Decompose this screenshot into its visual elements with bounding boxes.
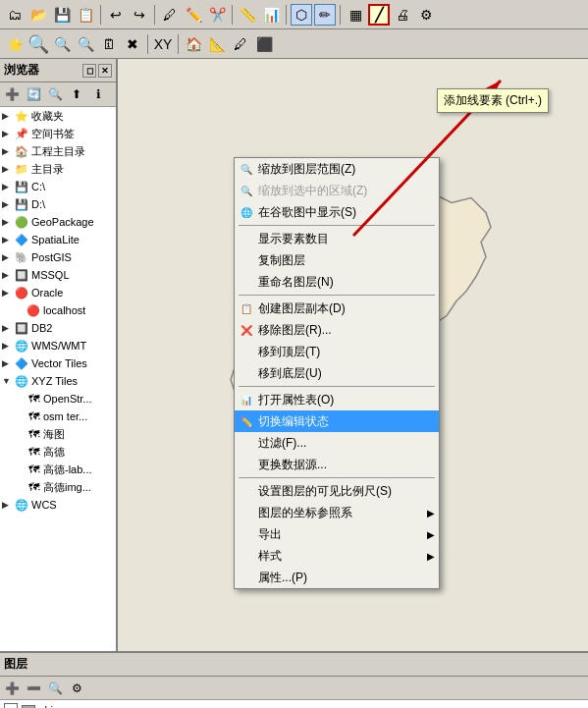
toolbar-add-vertex[interactable]: ⬡ <box>291 4 312 26</box>
browser-filter-btn[interactable]: 🔍 <box>45 84 65 104</box>
ctx-copy-layer[interactable]: 复制图层 <box>235 249 439 271</box>
layers-remove-btn[interactable]: ➖ <box>24 679 43 698</box>
ctx-set-scale[interactable]: 设置图层的可见比例尺(S) <box>235 480 439 502</box>
browser-collapse-btn[interactable]: ⬆ <box>67 84 86 104</box>
tree-item-gaode-img[interactable]: 🗺 高德img... <box>0 478 116 496</box>
tree-item-spatialite[interactable]: ▶ 🔷 SpatiaLite <box>0 231 116 248</box>
toolbar-open[interactable]: 📂 <box>27 4 49 26</box>
toolbar-home[interactable]: 🏠 <box>183 33 204 55</box>
toolbar-pan-tool[interactable]: ✖ <box>122 33 143 55</box>
toolbar-save-as[interactable]: 📋 <box>75 4 96 26</box>
filter-icon <box>239 435 254 451</box>
browser-refresh-btn[interactable]: 🔄 <box>24 84 43 104</box>
browser-add-btn[interactable]: ➕ <box>2 84 22 104</box>
tree-item-postgis[interactable]: ▶ 🐘 PostGIS <box>0 248 116 266</box>
ctx-move-top[interactable]: 移到顶层(T) <box>235 341 439 362</box>
tree-item-home[interactable]: ▶ 📁 主目录 <box>0 160 116 178</box>
tree-item-mssql[interactable]: ▶ 🔲 MSSQL <box>0 266 116 284</box>
layers-add-btn[interactable]: ➕ <box>2 679 22 698</box>
tree-arrow: ▶ <box>2 182 14 191</box>
browser-info-btn[interactable]: ℹ <box>88 84 108 104</box>
tree-arrow: ▶ <box>2 199 14 209</box>
toolbar-zoom-out[interactable]: 🔍 <box>51 33 73 55</box>
ctx-open-attribute-table[interactable]: 📊 打开属性表(O) <box>235 389 439 410</box>
tree-item-geopackage[interactable]: ▶ 🟢 GeoPackage <box>0 213 116 231</box>
ctx-zoom-selected[interactable]: 🔍 缩放到选中的区域(Z) <box>235 180 439 201</box>
tree-item-wcs[interactable]: ▶ 🌐 WCS <box>0 496 116 514</box>
toolbar-add-line[interactable]: ╱ <box>368 4 390 26</box>
layers-filter-btn[interactable]: 🔍 <box>45 679 65 698</box>
tree-item-gaode-lab[interactable]: 🗺 高德-lab... <box>0 461 116 478</box>
tree-arrow: ▶ <box>2 164 14 174</box>
sep6 <box>147 34 148 54</box>
toolbar-zoom-full[interactable]: ⭐ <box>4 33 26 55</box>
spatialite-icon: 🔷 <box>14 232 29 247</box>
tree-item-xyz-tiles[interactable]: ▼ 🌐 XYZ Tiles <box>0 372 116 390</box>
ctx-toggle-editing[interactable]: ✏️ 切换编辑状态 <box>235 410 439 432</box>
toolbar-digitize[interactable]: ✏ <box>314 4 336 26</box>
tree-item-vector-tiles[interactable]: ▶ 🔷 Vector Tiles <box>0 354 116 372</box>
ctx-label: 在谷歌图中显示(S) <box>258 204 356 221</box>
toolbar-zoom-layer[interactable]: 🔍 <box>75 33 96 55</box>
toolbar-pan[interactable]: 🗓 <box>98 33 120 55</box>
ctx-style[interactable]: 样式 ▶ <box>235 545 439 567</box>
gaode-lab-icon: 🗺 <box>26 462 41 477</box>
tree-item-favorites[interactable]: ▶ ⭐ 收藏夹 <box>0 107 116 125</box>
toolbar-square[interactable]: ⬛ <box>253 33 275 55</box>
ctx-zoom-layer[interactable]: 🔍 缩放到图层范围(Z) <box>235 158 439 180</box>
tree-item-haitu[interactable]: 🗺 海图 <box>0 425 116 443</box>
tree-label: C:\ <box>31 181 45 192</box>
ctx-crs[interactable]: 图层的坐标参照系 ▶ <box>235 502 439 523</box>
panel-close-btn[interactable]: ✕ <box>98 64 112 78</box>
toolbar-angle[interactable]: 📐 <box>206 33 228 55</box>
ctx-remove-layer[interactable]: ❌ 移除图层(R)... <box>235 319 439 341</box>
layers-options-btn[interactable]: ⚙ <box>67 679 86 698</box>
layers-list[interactable]: china_p... huahu... ✓ huahuayong gpw v4 … <box>0 700 588 708</box>
panel-float-btn[interactable]: ◻ <box>82 64 96 78</box>
toolbar-coord[interactable]: XY <box>152 33 174 55</box>
toolbar-redo[interactable]: ↪ <box>129 4 150 26</box>
ctx-label: 重命名图层(N) <box>258 274 334 291</box>
toolbar-zoom-in[interactable]: 🔍 <box>27 33 49 55</box>
toolbar-pen[interactable]: 🖊 <box>230 33 251 55</box>
toolbar-measure[interactable]: 📏 <box>237 4 258 26</box>
toolbar-settings[interactable]: ⚙ <box>415 4 437 26</box>
zoom-selected-icon: 🔍 <box>239 183 254 198</box>
tree-item-db2[interactable]: ▶ 🔲 DB2 <box>0 319 116 337</box>
toolbar-new-project[interactable]: 🗂 <box>4 4 26 26</box>
duplicate-icon: 📋 <box>239 300 254 316</box>
map-panel[interactable]: 添加线要素 (Ctrl+.) 🔍 缩放到图层范围(Z) 🔍 缩放到选中的区域(Z… <box>118 59 588 651</box>
layer-item-china[interactable]: china_p... <box>0 700 588 708</box>
tree-item-osm-terrain[interactable]: 🗺 osm ter... <box>0 408 116 425</box>
toolbar-select[interactable]: ▦ <box>345 4 366 26</box>
tree-item-project-home[interactable]: ▶ 🏠 工程主目录 <box>0 142 116 160</box>
toolbar-undo[interactable]: ↩ <box>105 4 127 26</box>
tree-item-localhost[interactable]: 🔴 localhost <box>0 301 116 319</box>
tree-item-c[interactable]: ▶ 💾 C:\ <box>0 178 116 195</box>
tree-arrow: ▶ <box>2 129 14 138</box>
ctx-duplicate-layer[interactable]: 📋 创建图层副本(D) <box>235 298 439 319</box>
tree-item-gaode[interactable]: 🗺 高德 <box>0 443 116 461</box>
toolbar-edit[interactable]: ✏️ <box>183 4 204 26</box>
ctx-rename-layer[interactable]: 重命名图层(N) <box>235 271 439 293</box>
ctx-show-google[interactable]: 🌐 在谷歌图中显示(S) <box>235 201 439 223</box>
tree-item-openstreet[interactable]: 🗺 OpenStr... <box>0 390 116 408</box>
tree-item-bookmarks[interactable]: ▶ 📌 空间书签 <box>0 125 116 142</box>
tree-item-d[interactable]: ▶ 💾 D:\ <box>0 195 116 213</box>
ctx-filter[interactable]: 过滤(F)... <box>235 432 439 454</box>
toolbar-identify[interactable]: 🖊 <box>159 4 181 26</box>
layer-checkbox-china[interactable] <box>4 703 18 709</box>
ctx-export[interactable]: 导出 ▶ <box>235 523 439 545</box>
ctx-move-bottom[interactable]: 移到底层(U) <box>235 362 439 384</box>
tree-item-oracle[interactable]: ▶ 🔴 Oracle <box>0 284 116 301</box>
ctx-properties[interactable]: 属性...(P) <box>235 567 439 588</box>
ctx-change-datasource[interactable]: 更换数据源... <box>235 454 439 475</box>
toolbar-print[interactable]: 🖨 <box>392 4 413 26</box>
browser-tree[interactable]: ▶ ⭐ 收藏夹 ▶ 📌 空间书签 ▶ 🏠 工程主目录 ▶ 📁 主目录 ▶ <box>0 107 116 651</box>
ctx-show-feature-count[interactable]: 显示要素数目 <box>235 228 439 249</box>
toolbar-attribute[interactable]: 📊 <box>260 4 282 26</box>
toolbar-cut[interactable]: ✂️ <box>206 4 228 26</box>
layers-panel: 图层 ➕ ➖ 🔍 ⚙ china_p... huahu... ✓ huahuay… <box>0 651 588 708</box>
tree-item-wms[interactable]: ▶ 🌐 WMS/WMT <box>0 337 116 354</box>
toolbar-save[interactable]: 💾 <box>51 4 73 26</box>
